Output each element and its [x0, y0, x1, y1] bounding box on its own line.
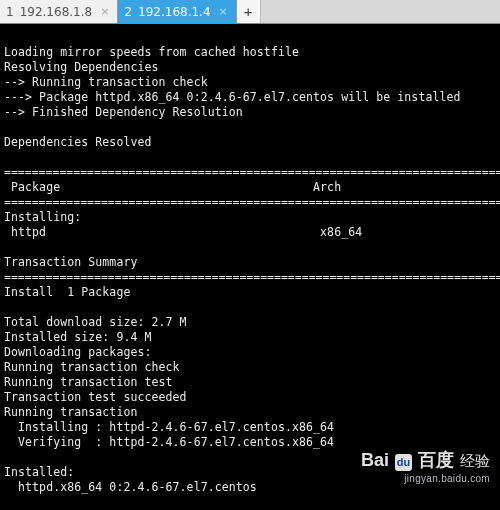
terminal-line: Dependencies Resolved: [4, 135, 152, 149]
terminal-line: Installing : httpd-2.4.6-67.el7.centos.x…: [4, 420, 334, 434]
terminal-line: --> Finished Dependency Resolution: [4, 105, 243, 119]
tab-192-168-1-4[interactable]: 2 192.168.1.4 ×: [118, 0, 236, 23]
tab-192-168-1-8[interactable]: 1 192.168.1.8 ×: [0, 0, 118, 23]
tab-index: 1: [6, 5, 14, 19]
separator-line: ========================================…: [4, 165, 500, 179]
terminal-line: ---> Package httpd.x86_64 0:2.4.6-67.el7…: [4, 90, 461, 104]
tab-index: 2: [124, 5, 132, 19]
summary-label: Transaction Summary: [4, 255, 137, 269]
table-row-package: httpd: [4, 225, 46, 239]
table-header-package: Package: [4, 180, 60, 194]
terminal-line: Installed:: [4, 465, 74, 479]
terminal-line: Downloading packages:: [4, 345, 152, 359]
terminal-line: Running transaction: [4, 405, 137, 419]
terminal-line: Resolving Dependencies: [4, 60, 159, 74]
terminal-line: Verifying : httpd-2.4.6-67.el7.centos.x8…: [4, 435, 334, 449]
terminal-line: Total download size: 2.7 M: [4, 315, 187, 329]
install-count: Install 1 Package: [4, 285, 130, 299]
separator-line: ========================================…: [4, 195, 500, 209]
plus-icon: +: [244, 4, 252, 20]
terminal-line: Running transaction check: [4, 360, 180, 374]
installing-label: Installing:: [4, 210, 81, 224]
table-row-arch: x86_64: [320, 225, 362, 239]
tab-title: 192.168.1.8: [20, 5, 93, 19]
terminal-line: httpd.x86_64 0:2.4.6-67.el7.centos: [4, 480, 257, 494]
close-icon[interactable]: ×: [217, 5, 230, 18]
terminal-line: Installed size: 9.4 M: [4, 330, 152, 344]
separator-line: ========================================…: [4, 270, 500, 284]
terminal-line: --> Running transaction check: [4, 75, 208, 89]
terminal-line: Transaction test succeeded: [4, 390, 187, 404]
terminal-output[interactable]: Loading mirror speeds from cached hostfi…: [0, 24, 500, 510]
terminal-line: Running transaction test: [4, 375, 173, 389]
close-icon[interactable]: ×: [98, 5, 111, 18]
table-header-arch: Arch: [313, 180, 341, 194]
tab-title: 192.168.1.4: [138, 5, 211, 19]
add-tab-button[interactable]: +: [237, 0, 261, 23]
terminal-line: Loading mirror speeds from cached hostfi…: [4, 45, 299, 59]
tab-bar: 1 192.168.1.8 × 2 192.168.1.4 × +: [0, 0, 500, 24]
